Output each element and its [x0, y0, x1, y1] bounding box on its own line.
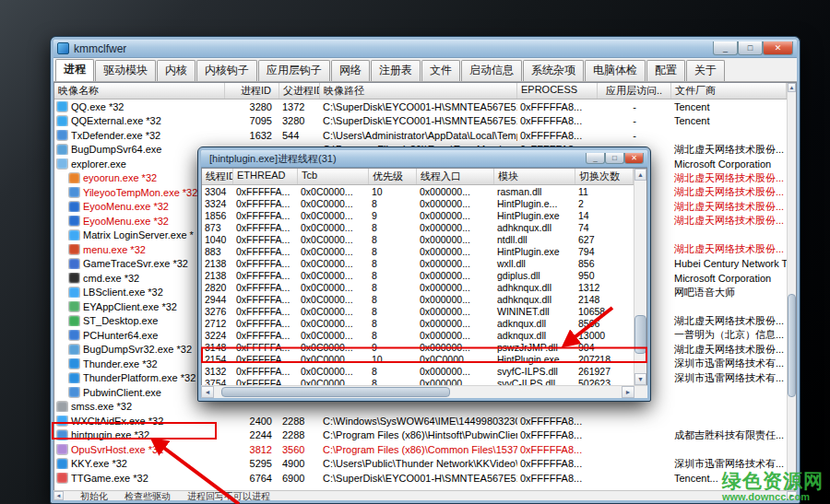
thread-maximize-button[interactable]: □ — [605, 153, 624, 164]
process-icon — [69, 202, 79, 212]
scroll-down-icon[interactable]: ▼ — [788, 481, 796, 490]
cell-module: gdiplus.dll — [494, 270, 575, 281]
tab-驱动模块[interactable]: 驱动模块 — [95, 60, 156, 81]
tab-进程[interactable]: 进程 — [55, 59, 94, 81]
cell-pid: 7095 — [225, 115, 279, 126]
cell-thread-id: 1856 — [202, 210, 233, 221]
cell-switches: 8506 — [575, 318, 634, 329]
thread-row[interactable]: 18560xFFFFFA...0x0C0000...90x000000...Hi… — [202, 209, 634, 221]
thread-row[interactable]: 32240xFFFFFA...0x0C0000...80x000000...ad… — [202, 329, 634, 341]
tab-应用层钩子[interactable]: 应用层钩子 — [258, 60, 330, 81]
column-header[interactable]: 应用层访问.. — [598, 83, 671, 99]
process-row[interactable]: QQExternal.exe *3270953280C:\SuperDisk\E… — [54, 114, 787, 129]
thread-row[interactable]: 27120xFFFFFA...0x0C0000...80x000000...ad… — [202, 317, 634, 329]
thread-table: 线程IDETHREADTcb优先级线程入口模块切换次数 33040xFFFFFA… — [201, 168, 647, 385]
thread-row[interactable]: 8730xFFFFFA...0x0C0000...80x000000...adh… — [202, 221, 634, 233]
process-row[interactable]: hintpugin.exe *3222442288C:\Program File… — [54, 428, 787, 443]
tab-内核钩子[interactable]: 内核钩子 — [196, 60, 257, 81]
scroll-left-icon[interactable]: ◄ — [53, 491, 64, 500]
cell-vendor: 深圳市迅雷网络技术有... — [671, 457, 787, 471]
process-vertical-scrollbar[interactable]: ▲ ▼ — [787, 83, 796, 490]
column-header[interactable]: ETHREAD — [233, 169, 298, 184]
tab-电脑体检[interactable]: 电脑体检 — [585, 60, 646, 81]
scroll-left-icon[interactable]: ◄ — [201, 386, 214, 398]
thread-row[interactable]: 29440xFFFFFA...0x0C0000...80x000000...ad… — [202, 293, 634, 305]
cell-entry: 0x000000... — [417, 366, 494, 377]
cell-module: pswzJrJMP.dll — [494, 342, 575, 353]
status-bar: ◄ 初始化检查些驱动进程回写不可以进程 ► — [53, 490, 797, 500]
process-row[interactable]: OpuSvrHost.exe *3238123560C:\Program Fil… — [54, 442, 787, 457]
cell-ethread: 0xFFFFFA... — [233, 246, 298, 257]
process-row[interactable]: smss.exe *32 — [54, 400, 787, 415]
process-name: QQExternal.exe *32 — [71, 115, 161, 126]
thread-row[interactable]: 21540xFFFFFA...0x0C0000...100x0C0000...H… — [202, 353, 634, 365]
thread-row[interactable]: 10400xFFFFFA...0x0C0000...80x000000...nt… — [202, 233, 634, 245]
thread-row[interactable]: 8830xFFFFFA...0x0C0000...80x000000...Hin… — [202, 245, 634, 257]
cell-switches: 856 — [575, 258, 634, 269]
thread-row[interactable]: 32760xFFFFFA...0x0C0000...80x000000...WI… — [202, 305, 634, 317]
cell-path: C:\Users\Administrator\AppData\Local\Tem… — [320, 130, 517, 141]
scroll-right-icon[interactable]: ► — [622, 386, 634, 398]
column-header[interactable]: 映像路径 — [320, 83, 517, 99]
process-icon — [69, 244, 79, 254]
cell-parent-pid: 2288 — [279, 429, 320, 440]
thread-row[interactable]: 33240xFFFFFA...0x0C0000...80x000000...Hi… — [202, 197, 634, 209]
process-icon — [57, 459, 67, 469]
thread-row[interactable]: 21380xFFFFFA...0x0C0000...80x000000...gd… — [202, 269, 634, 281]
thread-row[interactable]: 33040xFFFFFA...0x0C0000...100x000000...r… — [202, 185, 634, 197]
tab-注册表[interactable]: 注册表 — [371, 60, 421, 81]
thread-row[interactable]: 31320xFFFFFA...0x0C0000...80x000000...sv… — [202, 365, 634, 377]
thread-minimize-button[interactable]: _ — [586, 153, 605, 164]
cell-eprocess: 0xFFFFFA8... — [517, 416, 598, 427]
scrollbar-thumb[interactable] — [221, 387, 450, 397]
tab-关于[interactable]: 关于 — [686, 60, 725, 81]
thread-row[interactable]: 28200xFFFFFA...0x0C0000...80x000000...ad… — [202, 281, 634, 293]
column-header[interactable]: Tcb — [298, 169, 369, 184]
column-header[interactable]: EPROCESS — [517, 83, 598, 99]
cell-priority: 8 — [369, 306, 417, 317]
thread-close-button[interactable]: ✕ — [624, 153, 644, 164]
thread-row[interactable]: 37540xFFFFFA...0x0C0000...80x000000...sv… — [202, 377, 634, 385]
tab-启动信息[interactable]: 启动信息 — [461, 60, 522, 81]
scroll-right-icon[interactable]: ► — [787, 491, 797, 500]
cell-parent-pid: 3280 — [279, 115, 320, 126]
column-header[interactable]: 线程入口 — [417, 169, 494, 184]
process-row[interactable]: WXCltAidEx.exe *3224002288C:\Windows\Sys… — [54, 414, 787, 428]
thread-row[interactable]: 21380xFFFFFA...0x0C0000...80x000000...wx… — [202, 257, 634, 269]
close-button[interactable]: ✕ — [763, 41, 793, 55]
thread-titlebar[interactable]: [hintplugin.exe]进程线程(31) _ □ ✕ — [201, 150, 647, 168]
process-icon — [69, 330, 79, 340]
scrollbar-thumb[interactable] — [788, 294, 796, 397]
minimize-button[interactable]: _ — [713, 41, 738, 55]
scroll-down-icon[interactable]: ▼ — [634, 373, 646, 385]
column-header[interactable]: 映像名称 — [54, 83, 225, 99]
column-header[interactable]: 优先级 — [369, 169, 417, 184]
process-icon — [57, 145, 67, 155]
column-header[interactable]: 父进程ID — [279, 83, 320, 99]
process-row[interactable]: TTGame.exe *3267646900C:\SuperDisk\EYCO0… — [54, 471, 787, 486]
tab-系统杂项[interactable]: 系统杂项 — [523, 60, 584, 81]
tab-内核[interactable]: 内核 — [157, 60, 196, 81]
column-header[interactable]: 模块 — [494, 169, 575, 184]
scroll-up-icon[interactable]: ▲ — [788, 83, 796, 92]
column-header[interactable]: 文件厂商 — [671, 83, 787, 99]
process-row[interactable]: QQ.exe *3232801372C:\SuperDisk\EYCO001-H… — [54, 100, 787, 114]
cell-eprocess: 0xFFFFFA8... — [517, 458, 598, 469]
main-titlebar[interactable]: kmmclfwer _ □ ✕ — [53, 40, 797, 58]
scrollbar-thumb[interactable] — [634, 315, 646, 354]
column-header[interactable]: 线程ID — [202, 169, 233, 184]
tab-配置[interactable]: 配置 — [646, 60, 685, 81]
tab-文件[interactable]: 文件 — [421, 60, 460, 81]
process-icon — [69, 387, 79, 397]
maximize-button[interactable]: □ — [738, 41, 763, 55]
thread-horizontal-scrollbar[interactable]: ◄ ► — [201, 385, 647, 398]
thread-vertical-scrollbar[interactable]: ▲ ▼ — [634, 169, 646, 385]
thread-row[interactable]: 31480xFFFFFA...0x0C0000...90x000000...ps… — [202, 341, 634, 353]
tab-网络[interactable]: 网络 — [331, 60, 370, 81]
column-header[interactable]: 切换次数 — [575, 169, 634, 184]
column-header[interactable]: 进程ID — [225, 83, 279, 99]
process-row[interactable]: KKY.exe *3252954900C:\Users\Public\Thund… — [54, 457, 787, 472]
scroll-up-icon[interactable]: ▲ — [634, 169, 646, 181]
process-row[interactable]: TxDefender.exe *321632544C:\Users\Admini… — [54, 128, 787, 143]
process-name: hintpugin.exe *32 — [71, 429, 149, 440]
